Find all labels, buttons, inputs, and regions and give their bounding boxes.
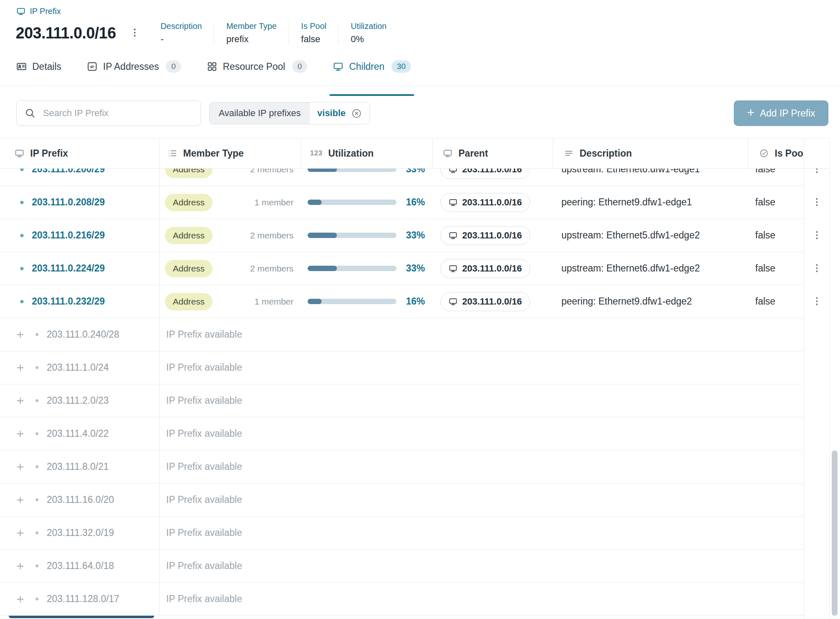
is-pool-cell: false (748, 285, 804, 318)
member-count: 2 members (250, 231, 294, 240)
add-prefix-here-button[interactable] (15, 528, 26, 538)
prefix-cell: 203.111.64.0/18 (0, 550, 160, 582)
parent-chip[interactable]: 203.111.0.0/16 (440, 292, 530, 311)
vertical-scrollbar-thumb[interactable] (832, 450, 838, 616)
description-text: peering: Ethernet9.dfw1-edge1 (561, 197, 692, 208)
row-actions-button[interactable] (809, 262, 824, 275)
member-count: 1 member (254, 198, 294, 207)
kebab-icon (129, 33, 140, 39)
search-input[interactable] (16, 100, 201, 126)
table-row-available: 203.111.4.0/22 IP Prefix available (0, 417, 804, 450)
member-count: 1 member (254, 297, 294, 307)
column-header-utilization[interactable]: 123 Utilization (301, 138, 432, 168)
check-circle-icon (759, 148, 769, 158)
utilization-value: 33% (406, 230, 425, 241)
vertical-scrollbar[interactable] (829, 138, 840, 619)
parent-chip[interactable]: 203.111.0.0/16 (440, 193, 530, 212)
add-prefix-here-button[interactable] (15, 329, 26, 340)
filter-value: visible (317, 108, 346, 119)
add-prefix-here-button[interactable] (15, 594, 26, 605)
utilization-cell: 16% (301, 285, 432, 318)
utilization-value: 16% (406, 197, 425, 208)
add-prefix-here-button[interactable] (15, 429, 26, 439)
available-prefix-label: 203.111.2.0/23 (47, 395, 109, 406)
table-row-available: 203.111.128.0/17 IP Prefix available (0, 583, 804, 616)
available-prefix-label: 203.111.128.0/17 (47, 593, 119, 605)
available-label: IP Prefix available (160, 417, 804, 450)
text-lines-icon (564, 148, 574, 158)
available-prefix-label: 203.111.32.0/19 (47, 527, 114, 538)
meta-label: Utilization (351, 21, 387, 31)
prefix-link[interactable]: 203.111.0.216/29 (32, 230, 105, 241)
page-title: 203.111.0.0/16 (16, 24, 116, 42)
parent-chip[interactable]: 203.111.0.0/16 (440, 259, 530, 278)
network-icon (16, 7, 26, 16)
table-body: 203.111.0.200/29 Address 2 members 33% 2… (0, 153, 804, 616)
prefix-dot-icon (36, 432, 38, 435)
ip-prefix-detail-page: IP Prefix 203.111.0.0/16 Description - M… (0, 0, 840, 619)
prefix-dot-icon (36, 498, 38, 501)
prefix-link[interactable]: 203.111.0.224/29 (32, 263, 105, 274)
network-icon (443, 148, 453, 158)
is-pool-value: false (755, 296, 776, 307)
breadcrumb-label: IP Prefix (30, 7, 61, 16)
search-box (16, 100, 201, 126)
breadcrumb[interactable]: IP Prefix (16, 7, 61, 16)
add-prefix-here-button[interactable] (15, 395, 26, 406)
meta-label: Description (160, 21, 202, 31)
tab-ip-addresses[interactable]: IP IP Addresses 0 (87, 59, 181, 86)
number-123-icon: 123 (310, 148, 322, 158)
parent-label: 203.111.0.0/16 (462, 263, 522, 274)
prefix-link[interactable]: 203.111.0.208/29 (32, 197, 105, 208)
parent-label: 203.111.0.0/16 (462, 296, 522, 307)
row-actions-button[interactable] (809, 295, 824, 308)
row-actions-button[interactable] (809, 229, 824, 242)
toolbar: Available IP prefixes visible + Add IP P… (16, 100, 828, 126)
is-pool-value: false (755, 230, 776, 241)
utilization-bar (308, 200, 396, 205)
description-text: upstream: Ethernet6.dfw1-edge2 (561, 263, 700, 274)
network-icon (333, 61, 344, 72)
description-cell: upstream: Ethernet6.dfw1-edge2 (553, 252, 748, 285)
tab-count-badge: 30 (391, 60, 411, 73)
prefix-dot-icon (36, 399, 38, 402)
prefix-dot-icon (36, 531, 38, 534)
description-cell: upstream: Ethernet5.dfw1-edge2 (553, 219, 748, 252)
column-header-description[interactable]: Description (553, 138, 748, 168)
utilization-bar (308, 233, 396, 238)
utilization-bar (308, 266, 396, 271)
tab-details[interactable]: Details (16, 59, 61, 86)
add-prefix-here-button[interactable] (15, 362, 26, 373)
row-actions-button[interactable] (809, 196, 824, 209)
description-cell: peering: Ethernet9.dfw1-edge2 (553, 285, 748, 318)
prefix-cell: 203.111.128.0/17 (0, 583, 160, 615)
available-prefix-label: 203.111.16.0/20 (47, 494, 114, 505)
member-type-badge: Address (165, 227, 212, 244)
meta-divider (289, 22, 289, 44)
is-pool-value: false (755, 263, 776, 274)
tab-resource-pool[interactable]: Resource Pool 0 (207, 59, 307, 86)
column-header-parent[interactable]: Parent (432, 138, 553, 168)
title-menu-button[interactable] (126, 24, 144, 42)
actions-rail-header (804, 138, 829, 169)
parent-cell: 203.111.0.0/16 (432, 252, 553, 285)
column-header-member-type[interactable]: Member Type (160, 138, 301, 168)
utilization-bar-fill (308, 299, 322, 304)
meta-summary: Description - Member Type prefix Is Pool… (160, 21, 387, 45)
add-ip-prefix-button[interactable]: + Add IP Prefix (734, 100, 828, 126)
column-header-ip-prefix[interactable]: IP Prefix (0, 138, 160, 168)
tab-children[interactable]: Children 30 (333, 59, 411, 86)
prefix-dot-icon (36, 366, 38, 369)
add-prefix-here-button[interactable] (15, 561, 26, 571)
meta-member-type: Member Type prefix (226, 21, 277, 45)
parent-chip[interactable]: 203.111.0.0/16 (440, 226, 530, 245)
filter-remove-button[interactable] (351, 108, 362, 119)
prefix-link[interactable]: 203.111.0.232/29 (32, 296, 105, 307)
add-prefix-here-button[interactable] (15, 495, 26, 505)
prefix-cell: 203.111.2.0/23 (0, 384, 160, 417)
description-cell: peering: Ethernet9.dfw1-edge1 (553, 186, 748, 219)
resource-pool-icon (207, 61, 217, 72)
column-header-is-pool[interactable]: Is Pool (748, 138, 804, 168)
meta-value: - (160, 34, 202, 45)
add-prefix-here-button[interactable] (15, 462, 26, 472)
